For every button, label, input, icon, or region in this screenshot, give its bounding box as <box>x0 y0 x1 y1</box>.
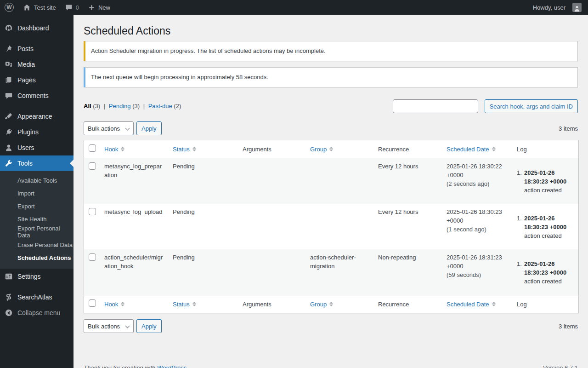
comments-link[interactable]: 0 <box>61 0 84 15</box>
cell-log: 1. 2025-01-26 18:30:23 +0000 action crea… <box>512 204 578 249</box>
version-label: Version 6.7.1 <box>543 364 578 368</box>
sidebar-item-label: SearchAtlas <box>17 293 52 301</box>
submenu-erase-personal-data[interactable]: Erase Personal Data <box>0 238 74 251</box>
scheduled-ago: (59 seconds) <box>447 270 508 279</box>
column-header-group: Group <box>305 140 373 158</box>
submenu-site-health[interactable]: Site Health <box>0 213 74 225</box>
filter-past-due[interactable]: Past-due <box>148 103 172 109</box>
sort-hook-link[interactable]: Hook <box>104 300 124 309</box>
footer-select-all-cell <box>84 295 100 313</box>
search-input[interactable] <box>393 99 478 113</box>
sidebar-item-dashboard[interactable]: Dashboard <box>0 20 74 36</box>
column-header-status: Status <box>168 140 238 158</box>
column-footer-scheduled-date: Scheduled Date <box>442 295 512 313</box>
column-footer-log: Log <box>512 295 578 313</box>
sidebar-item-label: Settings <box>17 273 41 280</box>
column-header-hook: Hook <box>100 140 168 158</box>
bulk-actions-select-wrap: Bulk actions <box>84 319 134 333</box>
sidebar-item-tools[interactable]: Tools <box>0 155 74 171</box>
submenu-scheduled-actions[interactable]: Scheduled Actions <box>0 251 74 264</box>
filter-pending-count: (3) <box>132 103 140 109</box>
select-all-checkbox[interactable] <box>89 144 96 152</box>
sidebar-item-settings[interactable]: Settings <box>0 269 74 284</box>
bulk-actions-select-bottom[interactable]: Bulk actions <box>84 319 134 333</box>
sort-group-link[interactable]: Group <box>310 300 333 309</box>
wordpress-logo-icon: W <box>5 3 14 12</box>
sidebar-item-posts[interactable]: Posts <box>0 41 74 57</box>
cell-group: action-scheduler-migration <box>305 249 373 295</box>
collapse-menu-button[interactable]: Collapse menu <box>0 305 74 321</box>
media-icon <box>4 60 13 69</box>
comments-bubble-icon <box>65 4 73 11</box>
sidebar-item-label: Tools <box>17 160 33 167</box>
info-notice-text: The next queue will begin processing in … <box>91 74 268 80</box>
filter-all-count: (3) <box>93 103 100 109</box>
sort-status-link[interactable]: Status <box>173 145 196 154</box>
apply-button[interactable]: Apply <box>136 121 162 135</box>
home-icon <box>23 4 31 12</box>
apply-button-bottom[interactable]: Apply <box>136 319 162 333</box>
table-row: action_scheduler/migration_hook Pending … <box>84 249 578 295</box>
site-name-label: Test site <box>34 4 56 11</box>
my-account-menu[interactable]: Howdy, user <box>528 0 588 15</box>
filter-pending[interactable]: Pending <box>109 103 131 109</box>
sort-status-link[interactable]: Status <box>173 300 196 309</box>
sidebar-item-label: Plugins <box>17 128 39 136</box>
sort-arrows-icon <box>492 302 496 306</box>
select-all-checkbox[interactable] <box>89 299 96 307</box>
sidebar-item-label: Comments <box>17 92 49 99</box>
row-checkbox[interactable] <box>89 162 96 170</box>
column-header-scheduled-date: Scheduled Date <box>442 140 512 158</box>
sidebar-item-media[interactable]: Media <box>0 57 74 72</box>
sidebar-item-comments[interactable]: Comments <box>0 88 74 104</box>
search-submit-button[interactable]: Search hook, args and claim ID <box>485 99 578 113</box>
wordpress-link[interactable]: WordPress <box>157 364 187 368</box>
sort-scheduled-date-link[interactable]: Scheduled Date <box>447 300 496 309</box>
row-checkbox[interactable] <box>89 208 96 215</box>
collapse-menu-label: Collapse menu <box>17 309 60 316</box>
wordpress-menu-button[interactable]: W <box>0 0 18 15</box>
bulk-actions-select[interactable]: Bulk actions <box>84 121 134 135</box>
tools-submenu: Available Tools Import Export Site Healt… <box>0 171 74 269</box>
items-count-bottom: 3 items <box>559 323 578 330</box>
sidebar-item-users[interactable]: Users <box>0 140 74 155</box>
filter-past-due-count: (2) <box>174 103 181 109</box>
new-content-button[interactable]: New <box>84 0 115 15</box>
submenu-export[interactable]: Export <box>0 200 74 213</box>
scheduled-actions-table: Hook Status Arguments Group Recurrence S… <box>84 140 579 313</box>
scheduled-date: 2025-01-26 18:30:23 +0000 <box>447 207 508 225</box>
users-icon <box>4 144 13 152</box>
sidebar-item-appearance[interactable]: Appearance <box>0 109 74 124</box>
plus-icon <box>88 4 95 11</box>
log-date: 2025-01-26 18:30:23 +0000 <box>524 169 566 185</box>
submenu-import[interactable]: Import <box>0 187 74 200</box>
page-title: Scheduled Actions <box>84 15 578 38</box>
log-date: 2025-01-26 18:30:23 +0000 <box>524 260 566 276</box>
filter-separator: | <box>104 103 105 109</box>
log-date: 2025-01-26 18:30:23 +0000 <box>524 215 566 230</box>
filter-all[interactable]: All <box>84 103 91 109</box>
sidebar-item-plugins[interactable]: Plugins <box>0 124 74 140</box>
submenu-available-tools[interactable]: Available Tools <box>0 174 74 187</box>
plugins-plug-icon <box>4 128 13 136</box>
cell-arguments <box>238 204 305 249</box>
log-text: action created <box>524 232 562 239</box>
sort-arrows-icon <box>492 147 496 151</box>
submenu-export-personal-data[interactable]: Export Personal Data <box>0 225 74 238</box>
sort-scheduled-date-link[interactable]: Scheduled Date <box>447 145 496 154</box>
log-index: 1. <box>517 259 524 286</box>
sort-hook-link[interactable]: Hook <box>104 145 124 154</box>
sidebar-item-pages[interactable]: Pages <box>0 72 74 88</box>
sort-group-link[interactable]: Group <box>310 145 333 154</box>
cell-scheduled-date: 2025-01-26 18:30:22 +0000 (2 seconds ago… <box>442 158 512 204</box>
row-checkbox[interactable] <box>89 253 96 261</box>
cell-group <box>305 158 373 204</box>
dashboard-icon <box>4 24 13 32</box>
settings-sliders-icon <box>4 272 13 281</box>
cell-arguments <box>238 249 305 295</box>
site-name-link[interactable]: Test site <box>18 0 61 15</box>
header-select-all-cell <box>84 140 100 158</box>
warning-notice-text: Action Scheduler migration in progress. … <box>91 47 326 54</box>
sidebar-item-label: Dashboard <box>17 24 49 32</box>
sidebar-item-searchatlas[interactable]: SearchAtlas <box>0 289 74 305</box>
